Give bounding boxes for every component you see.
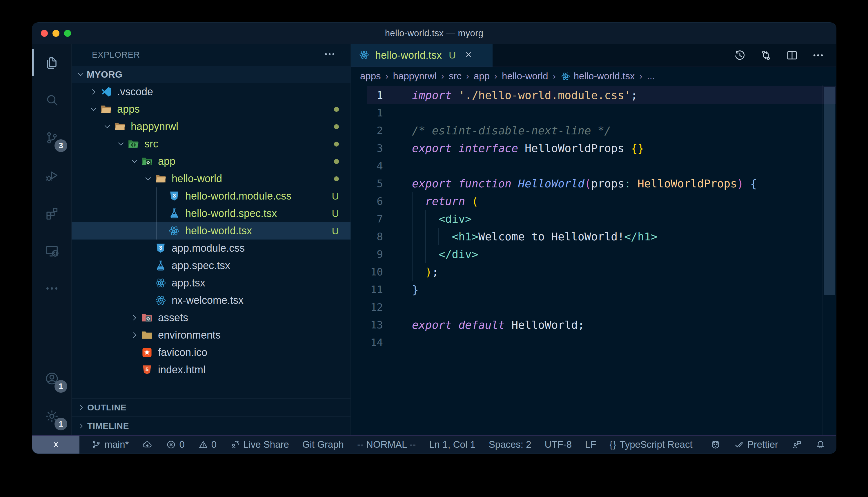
code-line[interactable]: 11} (351, 281, 836, 298)
chevron-right-icon (130, 331, 139, 339)
code-line[interactable]: 13export default HelloWorld; (351, 316, 836, 333)
tree-item-assets[interactable]: assets (72, 309, 350, 326)
tab-hello-world-tsx[interactable]: hello-world.tsx U (351, 44, 493, 67)
split-editor-button[interactable] (786, 49, 798, 62)
remote-indicator[interactable] (32, 436, 80, 454)
close-window-button[interactable] (41, 30, 48, 37)
breadcrumb-item-hello-world[interactable]: hello-world (502, 71, 548, 82)
tree-item-app-tsx[interactable]: app.tsx (72, 274, 350, 292)
code-line[interactable]: 5export function HelloWorld(props: Hello… (351, 175, 836, 192)
css-icon: 3 (168, 190, 181, 202)
sidebar-section-outline[interactable]: OUTLINE (72, 398, 350, 416)
status-item-git-branch[interactable]: main* (91, 439, 129, 450)
code-line[interactable]: 4 (351, 157, 836, 175)
breadcrumb-label: apps (360, 71, 381, 82)
remote-chevrons-icon (50, 439, 62, 450)
status-item-eol[interactable]: LF (585, 439, 596, 450)
code-line[interactable]: 8 <h1>Welcome to HelloWorld!</h1> (351, 228, 836, 245)
status-item-label: Prettier (747, 439, 778, 450)
run-debug-icon (44, 168, 59, 183)
status-item-live-share[interactable]: Live Share (230, 439, 289, 450)
code-line[interactable]: 14 (351, 333, 836, 351)
activity-bar-item-remote-explorer[interactable] (32, 232, 71, 270)
tree-item-label: index.html (158, 364, 206, 376)
status-item-errors[interactable]: 0 (166, 439, 184, 450)
more-icon (812, 49, 825, 62)
scrollbar-thumb[interactable] (824, 87, 835, 295)
activity-bar-item-source-control[interactable]: 3 (32, 119, 71, 157)
status-item-vim-mode[interactable]: -- NORMAL -- (357, 439, 416, 450)
status-item-encoding[interactable]: UTF-8 (545, 439, 572, 450)
tree-item-src[interactable]: src (72, 135, 350, 153)
tree-item-app[interactable]: app (72, 153, 350, 170)
open-changes-button[interactable] (760, 49, 772, 62)
code-line[interactable]: 12 (351, 298, 836, 316)
code-line[interactable]: 2/* eslint-disable-next-line */ (351, 122, 836, 139)
breadcrumb-item-happynrwl[interactable]: happynrwl (393, 71, 437, 82)
explorer-more-actions-icon[interactable] (323, 48, 336, 62)
tree-item-happynrwl[interactable]: happynrwl (72, 118, 350, 135)
zoom-window-button[interactable] (64, 30, 71, 37)
tree-item-hello-world-module-css[interactable]: 3hello-world.module.cssU (72, 187, 350, 205)
more-actions-button[interactable] (812, 49, 825, 62)
activity-bar-item-accounts[interactable]: 1 (32, 360, 71, 397)
status-item-cursor-position[interactable]: Ln 1, Col 1 (429, 439, 476, 450)
tree-item-label: app.module.css (171, 242, 245, 254)
status-item-language-mode[interactable]: {}TypeScript React (610, 439, 693, 450)
status-item-tweet-feedback[interactable] (791, 439, 802, 450)
status-item-prettier[interactable]: Prettier (734, 439, 778, 450)
history-button[interactable] (733, 49, 746, 62)
code-editor[interactable]: 1import './hello-world.module.css';12/* … (351, 85, 836, 435)
title-bar[interactable]: hello-world.tsx — myorg (32, 23, 836, 44)
activity-bar-item-extensions[interactable] (32, 194, 71, 232)
tree-item-app-spec-tsx[interactable]: app.spec.tsx (72, 257, 350, 274)
git-modified-dot (334, 176, 339, 181)
tree-item-environments[interactable]: environments (72, 326, 350, 344)
tree-item-label: app.tsx (171, 277, 205, 289)
activity-bar-item-more[interactable] (32, 270, 71, 307)
status-item-git-graph[interactable]: Git Graph (302, 439, 344, 450)
tree-item-favicon-ico[interactable]: favicon.ico (72, 344, 350, 361)
code-line[interactable]: 3export interface HelloWorldProps {} (351, 139, 836, 157)
breadcrumb-item--[interactable]: ... (647, 71, 655, 82)
status-item-warnings[interactable]: 0 (198, 439, 217, 450)
breadcrumb-item-src[interactable]: src (449, 71, 461, 82)
activity-bar-item-settings[interactable]: 1 (32, 397, 71, 435)
breadcrumb-item-apps[interactable]: apps (360, 71, 381, 82)
tree-item-apps[interactable]: apps (72, 100, 350, 118)
sidebar-bottom-sections: OUTLINETIMELINE (72, 398, 350, 435)
tree-section-myorg[interactable]: MYORG (72, 66, 350, 83)
tree-item-hello-world-tsx[interactable]: hello-world.tsxU (72, 222, 350, 240)
activity-bar-item-explorer[interactable] (32, 44, 71, 81)
files-icon (44, 55, 59, 70)
code-line[interactable]: 9 </div> (351, 245, 836, 263)
branch-icon (91, 439, 101, 450)
tree-item-nx-welcome-tsx[interactable]: nx-welcome.tsx (72, 292, 350, 309)
status-item-notifications[interactable] (815, 439, 826, 450)
tree-item-app-module-css[interactable]: 3app.module.css (72, 240, 350, 257)
status-item-feedback[interactable] (710, 439, 721, 450)
activity-bar-item-run-and-debug[interactable] (32, 157, 71, 194)
tree-item-index-html[interactable]: 5index.html (72, 361, 350, 379)
history-icon (733, 49, 746, 62)
git-modified-dot (334, 142, 339, 146)
close-tab-icon[interactable] (464, 51, 473, 60)
tree-item--vscode[interactable]: .vscode (72, 83, 350, 100)
error-icon (166, 439, 176, 450)
line-number: 9 (351, 248, 393, 260)
sidebar-section-timeline[interactable]: TIMELINE (72, 416, 350, 435)
activity-bar-item-search[interactable] (32, 81, 71, 119)
status-item-indentation[interactable]: Spaces: 2 (489, 439, 532, 450)
code-line[interactable]: 7 <div> (351, 210, 836, 228)
status-item-sync[interactable] (142, 439, 152, 450)
breadcrumb-item-hello-world-tsx[interactable]: hello-world.tsx (561, 71, 635, 82)
tree-item-hello-world[interactable]: hello-world (72, 170, 350, 187)
minimize-window-button[interactable] (53, 30, 59, 37)
tree-item-label: favicon.ico (158, 346, 207, 358)
tree-item-hello-world-spec-tsx[interactable]: hello-world.spec.tsxU (72, 205, 350, 222)
code-line-current[interactable]: 1import './hello-world.module.css'; (351, 86, 836, 104)
code-line[interactable]: 6 return ( (351, 192, 836, 210)
code-line[interactable]: 1 (351, 104, 836, 122)
breadcrumb-item-app[interactable]: app (474, 71, 490, 82)
code-line[interactable]: 10 ); (351, 263, 836, 281)
